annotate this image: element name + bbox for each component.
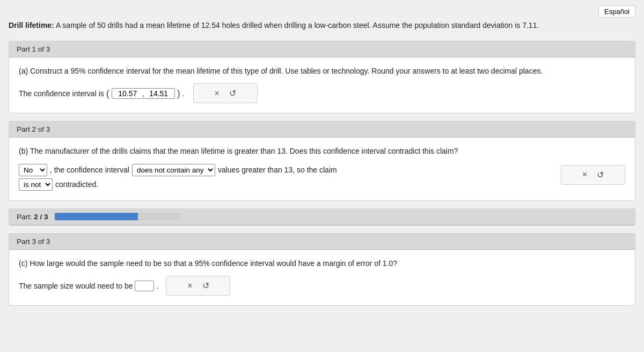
part1-block: Part 1 of 3 (a) Construct a 95% confiden… [9,41,635,113]
part2-dropdown2[interactable]: does not contain any contains [132,164,215,176]
part2-dropdown1[interactable]: No Yes [19,164,47,176]
progress-label: Part: 2 / 3 [17,213,48,221]
part2-body: (b) The manufacturer of the drills claim… [9,138,635,200]
part3-action-box: × ↺ [166,276,230,296]
espanol-button[interactable]: Español [598,5,635,18]
part2-dropdown3[interactable]: is not is [19,178,53,191]
part1-question: (a) Construct a 95% confidence interval … [19,65,625,77]
right-bracket: ) [177,89,180,98]
part3-answer-row: The sample size would need to be . × ↺ [19,276,625,296]
interval-high-input[interactable] [145,89,173,98]
progress-value: 2 / 3 [34,213,48,221]
part1-answer-row: The confidence interval is ( , ) . × ↺ [19,83,625,103]
period3: . [156,282,158,290]
part3-undo-icon[interactable]: ↺ [202,281,209,291]
part1-body: (a) Construct a 95% confidence interval … [9,58,635,113]
part1-undo-icon[interactable]: ↺ [229,88,236,98]
sample-size-input[interactable] [135,281,154,291]
progress-header: Part: 2 / 3 [9,209,635,225]
intro-text: Drill lifetime: A sample of 50 drills ha… [9,20,599,31]
part3-block: Part 3 of 3 (c) How large would the samp… [9,233,635,306]
part2-text1: , the confidence interval [50,166,129,174]
part2-action-box: × ↺ [561,165,625,185]
part3-clear-icon[interactable]: × [187,281,192,291]
progress-bar-filled [55,213,138,220]
period1: . [182,89,185,98]
left-bracket: ( [106,89,109,98]
part3-header: Part 3 of 3 [9,234,635,250]
progress-bar-container [55,213,627,220]
part2-text3: contradicted. [55,180,98,189]
part2-block: Part 2 of 3 (b) The manufacturer of the … [9,121,635,200]
part1-header: Part 1 of 3 [9,41,635,58]
part3-answer-prefix: The sample size would need to be [19,282,133,290]
progress-bar-empty [138,213,181,220]
part2-undo-icon[interactable]: ↺ [597,170,604,180]
part3-question: (c) How large would the sample need to b… [19,257,625,269]
intro-content: A sample of 50 drills had a mean lifetim… [54,21,539,30]
interval-box: , [112,88,175,99]
interval-separator: , [142,89,144,98]
part2-question: (b) The manufacturer of the drills claim… [19,145,625,157]
interval-low-input[interactable] [114,89,142,98]
part2-answer-area: No Yes , the confidence interval does no… [19,164,337,191]
part1-clear-icon[interactable]: × [214,89,219,98]
part2-header: Part 2 of 3 [9,121,635,138]
progress-section: Part: 2 / 3 [9,209,635,226]
part2-text2: values greater than 13, so the claim [218,166,337,174]
part2-clear-icon[interactable]: × [582,170,587,179]
intro-bold: Drill lifetime: [9,21,54,30]
part1-action-box: × ↺ [193,83,258,103]
part1-answer-prefix: The confidence interval is [19,89,104,98]
part3-body: (c) How large would the sample need to b… [9,250,635,305]
